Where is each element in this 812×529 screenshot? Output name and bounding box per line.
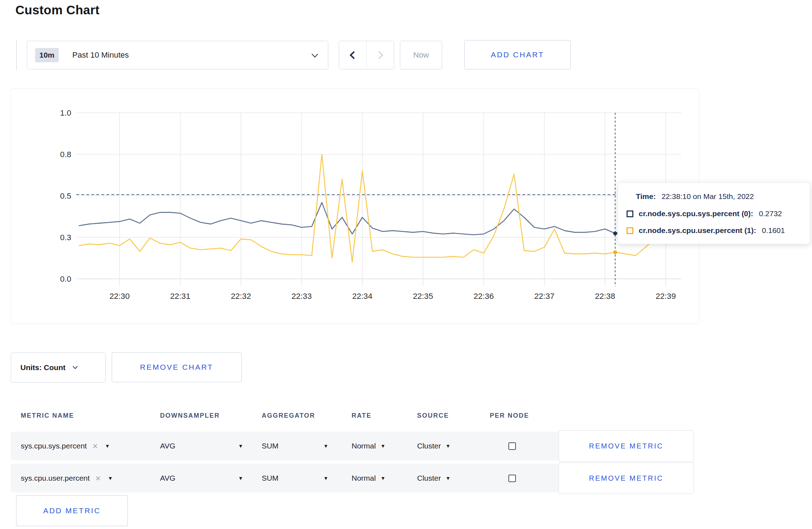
- units-dropdown[interactable]: Units: Count: [11, 353, 106, 383]
- x-axis-tick-label: 22:33: [291, 292, 311, 301]
- crosshair-point-marker: [613, 250, 617, 254]
- y-axis-tick-label: 0.3: [60, 233, 71, 242]
- metric-name-value: sys.cpu.user.percent: [21, 474, 90, 482]
- x-axis-tick-label: 22:35: [413, 292, 433, 301]
- dropdown-arrow-icon: ▼: [446, 475, 451, 481]
- column-header-per-node: PER NODE: [490, 412, 559, 419]
- time-range-dropdown[interactable]: 10m Past 10 Minutes: [27, 41, 328, 69]
- remove-metric-button[interactable]: REMOVE METRIC: [559, 462, 694, 494]
- dropdown-arrow-icon: ▼: [238, 443, 243, 449]
- x-axis-tick-label: 22:31: [170, 292, 190, 301]
- aggregator-select[interactable]: SUM ▼: [262, 442, 328, 450]
- remove-chart-button[interactable]: REMOVE CHART: [112, 352, 242, 382]
- column-header-source: SOURCE: [417, 412, 490, 419]
- dropdown-arrow-icon: ▼: [238, 475, 243, 481]
- tooltip-series-label: cr.node.sys.cpu.sys.percent (0):: [639, 209, 753, 218]
- crosshair-point-marker: [613, 232, 617, 236]
- downsampler-value: AVG: [160, 442, 175, 450]
- toolbar-left-divider: [16, 40, 17, 70]
- tooltip-time-value: 22:38:10 on Mar 15th, 2022: [662, 192, 754, 201]
- cpu-usage-chart[interactable]: 0.00.30.50.81.022:3022:3122:3222:3322:34…: [11, 89, 700, 324]
- downsampler-select[interactable]: AVG ▼: [160, 442, 243, 450]
- now-button[interactable]: Now: [400, 41, 442, 69]
- source-value: Cluster: [417, 474, 441, 482]
- step-back-button[interactable]: [339, 41, 366, 69]
- per-node-checkbox[interactable]: [508, 475, 516, 482]
- x-axis-tick-label: 22:38: [595, 292, 615, 301]
- dropdown-arrow-icon: ▼: [105, 443, 110, 449]
- tooltip-series-value: 0.2732: [759, 209, 782, 218]
- x-axis-tick-label: 22:32: [231, 292, 251, 301]
- x-axis-tick-label: 22:30: [110, 292, 130, 301]
- time-step-button-group: [339, 41, 394, 69]
- source-select[interactable]: Cluster ▼: [417, 474, 490, 482]
- tooltip-series-label: cr.node.sys.cpu.user.percent (1):: [639, 226, 756, 235]
- rate-select[interactable]: Normal ▼: [352, 474, 417, 482]
- rate-value: Normal: [352, 474, 376, 482]
- dropdown-arrow-icon: ▼: [323, 475, 328, 481]
- chart-tooltip: Time: 22:38:10 on Mar 15th, 2022 cr.node…: [618, 183, 810, 244]
- chevron-right-icon: [375, 51, 383, 59]
- column-header-rate: RATE: [352, 412, 417, 419]
- per-node-checkbox[interactable]: [508, 442, 516, 450]
- metric-row: sys.cpu.user.percent × ▼ AVG ▼ SUM ▼ Nor…: [11, 464, 694, 492]
- rate-value: Normal: [352, 442, 376, 450]
- x-axis-tick-label: 22:39: [656, 292, 676, 301]
- x-axis-tick-label: 22:37: [534, 292, 554, 301]
- time-range-label: Past 10 Minutes: [72, 50, 129, 60]
- metric-name-value: sys.cpu.sys.percent: [21, 442, 87, 450]
- metrics-table-header: METRIC NAME DOWNSAMPLER AGGREGATOR RATE …: [11, 406, 694, 426]
- source-select[interactable]: Cluster ▼: [417, 442, 490, 450]
- chevron-left-icon: [350, 51, 358, 59]
- y-axis-tick-label: 0.5: [60, 191, 71, 200]
- metric-name-select[interactable]: sys.cpu.sys.percent × ▼: [21, 442, 160, 451]
- add-chart-button[interactable]: ADD CHART: [464, 40, 571, 69]
- series-line: [79, 154, 666, 262]
- downsampler-value: AVG: [160, 474, 175, 482]
- time-range-badge: 10m: [35, 48, 59, 62]
- chart-card: 0.00.30.50.81.022:3022:3122:3222:3322:34…: [11, 88, 699, 324]
- aggregator-value: SUM: [262, 474, 279, 482]
- x-axis-tick-label: 22:36: [474, 292, 494, 301]
- tooltip-series-row: cr.node.sys.cpu.user.percent (1): 0.1601: [627, 226, 785, 235]
- x-axis-tick-label: 22:34: [352, 292, 372, 301]
- source-value: Cluster: [417, 442, 441, 450]
- column-header-downsampler: DOWNSAMPLER: [160, 412, 262, 419]
- aggregator-select[interactable]: SUM ▼: [262, 474, 328, 482]
- page-title: Custom Chart: [15, 3, 100, 17]
- units-label: Units: Count: [20, 363, 66, 372]
- sys-series-swatch-icon: [627, 210, 633, 217]
- y-axis-tick-label: 0.8: [60, 150, 71, 159]
- user-series-swatch-icon: [627, 227, 633, 234]
- column-header-metric-name: METRIC NAME: [21, 412, 160, 419]
- step-forward-button[interactable]: [366, 41, 394, 69]
- clear-metric-icon[interactable]: ×: [96, 474, 101, 483]
- dropdown-arrow-icon: ▼: [108, 475, 113, 481]
- rate-select[interactable]: Normal ▼: [352, 442, 417, 450]
- column-header-aggregator: AGGREGATOR: [262, 412, 352, 419]
- aggregator-value: SUM: [262, 442, 279, 450]
- tooltip-time-label: Time:: [636, 192, 656, 201]
- tooltip-series-row: cr.node.sys.cpu.sys.percent (0): 0.2732: [627, 209, 782, 218]
- chevron-down-icon: [73, 364, 78, 369]
- series-line: [79, 203, 666, 235]
- metric-row: sys.cpu.sys.percent × ▼ AVG ▼ SUM ▼ Norm…: [11, 432, 694, 460]
- y-axis-tick-label: 0.0: [60, 275, 71, 283]
- add-metric-button[interactable]: ADD METRIC: [16, 495, 128, 526]
- tooltip-time-row: Time: 22:38:10 on Mar 15th, 2022: [636, 192, 754, 201]
- dropdown-arrow-icon: ▼: [381, 443, 386, 449]
- downsampler-select[interactable]: AVG ▼: [160, 474, 243, 482]
- y-axis-tick-label: 1.0: [60, 108, 71, 117]
- clear-metric-icon[interactable]: ×: [92, 442, 98, 451]
- tooltip-series-value: 0.1601: [762, 226, 785, 235]
- chevron-down-icon: [311, 51, 318, 57]
- metric-name-select[interactable]: sys.cpu.user.percent × ▼: [21, 474, 160, 483]
- dropdown-arrow-icon: ▼: [446, 443, 451, 449]
- dropdown-arrow-icon: ▼: [323, 443, 328, 449]
- dropdown-arrow-icon: ▼: [381, 475, 386, 481]
- remove-metric-button[interactable]: REMOVE METRIC: [559, 430, 694, 462]
